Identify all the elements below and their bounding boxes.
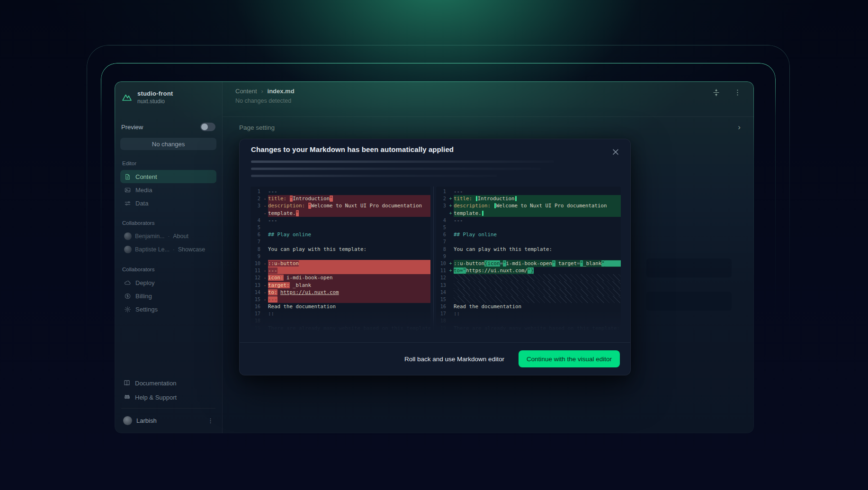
diff-line: 1 --- (251, 188, 430, 195)
sidebar-item-media[interactable]: Media (120, 183, 216, 196)
diff-line: 7 (251, 238, 430, 245)
project-section-label: Collaborators (122, 267, 215, 272)
diff-line: 8 You can play with this template: (436, 246, 621, 253)
diff-line: 5 (251, 224, 430, 231)
diff-line: 18 (436, 317, 621, 324)
diff-line: 13-target: _blank (251, 281, 430, 288)
continue-button[interactable]: Continue with the visual editor (519, 350, 620, 367)
modal-title: Changes to your Markdown has been automa… (251, 145, 454, 153)
page-setting-row[interactable]: Page setting › (223, 117, 754, 138)
sidebar-item-label: Content (135, 173, 157, 180)
diff-line: -template." (251, 210, 430, 217)
form-field-skeleton (646, 292, 732, 311)
project-host: nuxt.studio (137, 98, 173, 105)
sidebar-item-label: Documentation (135, 380, 176, 387)
diff-line: 17 :: (436, 310, 621, 317)
diff-view: 1 ---2-title: "Introduction"3-descriptio… (251, 187, 621, 332)
gear-icon (124, 306, 131, 313)
diff-panel-added: 1 ---2+title: Introduction3+description:… (436, 187, 621, 332)
diff-line: 12 (436, 274, 621, 281)
sidebar-item-help-support[interactable]: Help & Support (120, 390, 216, 404)
collaborator-row[interactable]: Baptiste Le... · Showcase (120, 243, 216, 256)
no-changes-button[interactable]: No changes (120, 138, 216, 150)
chevron-right-icon: › (261, 88, 263, 95)
close-icon[interactable] (610, 147, 621, 157)
diff-line: 10+::u-button{icon="i-mdi-book-open" tar… (436, 260, 621, 267)
diff-line: 9 (436, 253, 621, 260)
sidebar-item-deploy[interactable]: Deploy (120, 276, 216, 289)
collaborator-row[interactable]: Benjamin... · About (120, 230, 216, 243)
collapse-panel-icon[interactable] (712, 89, 720, 97)
project-switcher[interactable]: studio-front nuxt.studio (120, 88, 216, 105)
collaborator-page: About (173, 233, 188, 240)
diff-line: 18 (251, 317, 430, 324)
diff-line: 19 There are already many website based … (436, 325, 621, 332)
markdown-changes-modal: Changes to your Markdown has been automa… (239, 139, 631, 375)
kebab-menu-icon[interactable]: ⋮ (207, 418, 214, 424)
sidebar-item-content[interactable]: Content (120, 170, 216, 183)
rollback-button[interactable]: Roll back and use Markdown editor (404, 356, 504, 363)
user-menu[interactable]: Larbish ⋮ (120, 412, 216, 428)
user-name: Larbish (136, 417, 157, 424)
collaborator-name: Baptiste Le... (135, 246, 170, 253)
diff-line: 14-to: https://ui.nuxt.com (251, 289, 430, 296)
page-setting-label: Page setting (239, 124, 275, 131)
separator-dot: · (168, 233, 170, 239)
sidebar-item-label: Settings (135, 306, 158, 313)
stage: studio-front nuxt.studio Preview No chan… (0, 0, 868, 490)
diff-line: 11+to="https://ui.nuxt.com/"} (436, 267, 621, 274)
diff-line: 4 --- (251, 217, 430, 224)
user-avatar (123, 416, 132, 425)
discord-icon (123, 393, 131, 401)
diff-line: +template. (436, 210, 621, 217)
diff-line: 6 ## Play online (436, 231, 621, 238)
project-name: studio-front (137, 90, 173, 97)
sidebar-item-data[interactable]: Data (120, 196, 216, 210)
image-icon (124, 187, 131, 194)
diff-line: 4 --- (436, 217, 621, 224)
dollar-icon (124, 293, 131, 300)
diff-line: 17 :: (251, 310, 430, 317)
breadcrumb-leaf: index.md (268, 88, 295, 95)
more-options-icon[interactable] (734, 89, 742, 97)
diff-line: 10-::u-button (251, 260, 430, 267)
sidebar-item-label: Media (135, 187, 152, 194)
collaborators-section-label: Collaborators (122, 220, 215, 226)
diff-line: 2+title: Introduction (436, 195, 621, 202)
diff-line: 6 ## Play online (251, 231, 430, 238)
sidebar-item-settings[interactable]: Settings (120, 303, 216, 316)
preview-row: Preview (121, 123, 215, 131)
sidebar-item-billing[interactable]: Billing (120, 289, 216, 303)
sidebar-spacer (120, 316, 216, 376)
sliders-icon (124, 200, 131, 207)
diff-line: 12-icon: i-mdi-book-open (251, 274, 430, 281)
diff-line: 1 --- (436, 188, 621, 195)
breadcrumb-root[interactable]: Content (235, 88, 257, 95)
skeleton-line (251, 160, 554, 163)
diff-line: 16 Read the documentation (251, 303, 430, 310)
sidebar-item-label: Billing (135, 293, 152, 300)
sidebar-divider (121, 408, 215, 409)
diff-line: 13 (436, 281, 621, 288)
diff-line: 16 Read the documentation (436, 303, 621, 310)
diff-line: 14 (436, 289, 621, 296)
changes-status: No changes detected (235, 98, 291, 104)
diff-line: 19 There are already many website based … (251, 325, 430, 332)
sidebar-item-label: Deploy (135, 279, 154, 286)
diff-line: 9 (251, 253, 430, 260)
collaborator-page: Showcase (178, 246, 206, 253)
collaborator-name: Benjamin... (135, 233, 165, 240)
sidebar-item-documentation[interactable]: Documentation (120, 376, 216, 390)
main-header: Content › index.md No changes detected (223, 81, 754, 117)
sidebar-item-label: Data (135, 200, 148, 207)
skeleton-line (251, 175, 497, 177)
diff-line: 15---- (251, 296, 430, 303)
sidebar: studio-front nuxt.studio Preview No chan… (115, 81, 223, 433)
form-field-skeleton (646, 258, 732, 277)
avatar (124, 232, 132, 240)
nuxt-studio-logo-icon (121, 92, 133, 103)
skeleton-line (251, 168, 541, 170)
preview-toggle[interactable] (200, 123, 215, 131)
diff-panel-removed: 1 ---2-title: "Introduction"3-descriptio… (251, 187, 430, 332)
diff-line: 8 You can play with this template: (251, 246, 430, 253)
